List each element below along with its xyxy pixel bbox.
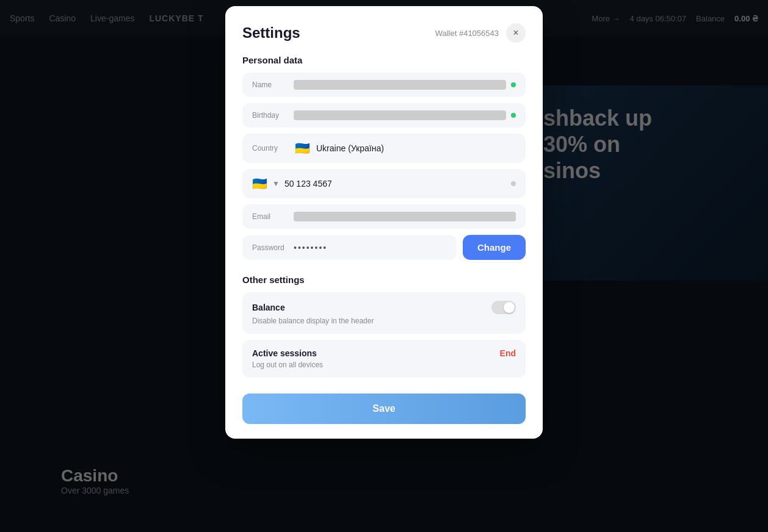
balance-setting-desc: Disable balance display in the header bbox=[252, 317, 516, 325]
country-label: Country bbox=[252, 144, 289, 153]
settings-modal: Settings Wallet #41056543 × Personal dat… bbox=[225, 6, 543, 439]
email-value bbox=[294, 212, 516, 221]
birthday-value bbox=[294, 110, 506, 120]
birthday-status-dot bbox=[511, 113, 516, 118]
email-label: Email bbox=[252, 212, 289, 221]
email-field[interactable]: Email bbox=[242, 204, 526, 229]
active-sessions-title: Active sessions bbox=[252, 348, 317, 358]
modal-title: Settings bbox=[242, 24, 300, 41]
name-field[interactable]: Name bbox=[242, 73, 526, 97]
balance-setting-card: Balance Disable balance display in the h… bbox=[242, 292, 526, 334]
password-label: Password bbox=[252, 243, 289, 252]
active-sessions-desc: Log out on all devices bbox=[252, 361, 516, 369]
end-sessions-button[interactable]: End bbox=[500, 348, 516, 358]
phone-field[interactable]: 🇺🇦 ▼ 50 123 4567 bbox=[242, 169, 526, 198]
password-dots: •••••••• bbox=[294, 243, 447, 253]
save-button[interactable]: Save bbox=[242, 394, 526, 424]
country-value: Ukraine (Україна) bbox=[316, 143, 516, 153]
name-value bbox=[294, 80, 506, 90]
balance-card-header: Balance bbox=[252, 301, 516, 314]
password-field[interactable]: Password •••••••• bbox=[242, 235, 457, 260]
birthday-label: Birthday bbox=[252, 111, 289, 120]
active-sessions-header: Active sessions End bbox=[252, 348, 516, 358]
birthday-field[interactable]: Birthday bbox=[242, 103, 526, 128]
change-password-button[interactable]: Change bbox=[463, 235, 526, 260]
country-field[interactable]: Country 🇺🇦 Ukraine (Україна) bbox=[242, 134, 526, 163]
wallet-label: Wallet #41056543 bbox=[435, 29, 499, 38]
balance-setting-title: Balance bbox=[252, 303, 285, 312]
name-status-dot bbox=[511, 82, 516, 87]
other-settings-label: Other settings bbox=[242, 275, 526, 285]
phone-chevron-icon: ▼ bbox=[272, 179, 280, 188]
phone-status-dot bbox=[511, 181, 516, 186]
name-label: Name bbox=[252, 81, 289, 89]
modal-header: Settings Wallet #41056543 × bbox=[242, 23, 526, 43]
close-button[interactable]: × bbox=[506, 23, 526, 43]
country-flag: 🇺🇦 bbox=[295, 141, 310, 156]
balance-toggle[interactable] bbox=[491, 301, 516, 314]
phone-number: 50 123 4567 bbox=[284, 179, 506, 189]
personal-data-label: Personal data bbox=[242, 55, 526, 65]
active-sessions-card: Active sessions End Log out on all devic… bbox=[242, 340, 526, 378]
phone-flag: 🇺🇦 bbox=[252, 176, 267, 191]
modal-header-right: Wallet #41056543 × bbox=[435, 23, 526, 43]
password-row: Password •••••••• Change bbox=[242, 235, 526, 260]
